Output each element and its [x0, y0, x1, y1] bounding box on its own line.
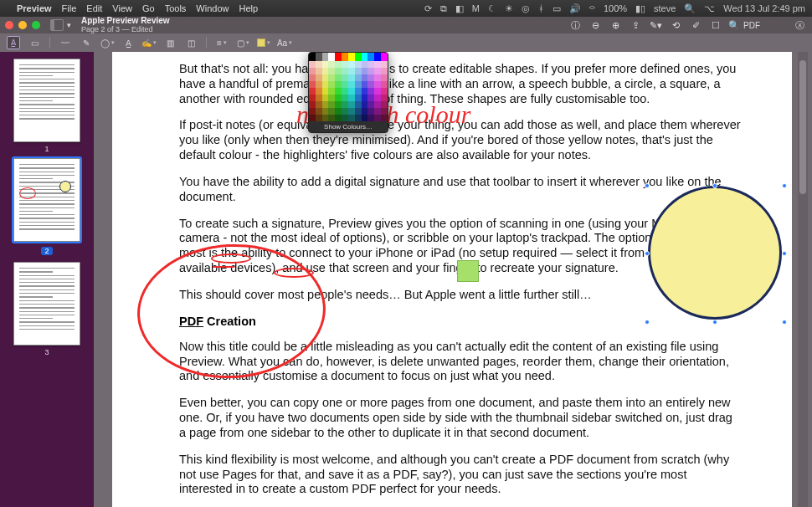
- annotation-underline[interactable]: [213, 266, 234, 268]
- sketch-tool[interactable]: 〰: [59, 36, 72, 49]
- clear-search-button[interactable]: ⓧ: [792, 18, 807, 32]
- color-swatch[interactable]: [322, 61, 329, 68]
- color-swatch[interactable]: [348, 61, 355, 68]
- color-swatch[interactable]: [309, 88, 316, 95]
- close-button[interactable]: [5, 21, 13, 29]
- color-swatch[interactable]: [309, 115, 316, 121]
- color-swatch[interactable]: [335, 101, 342, 108]
- color-swatch[interactable]: [381, 53, 388, 61]
- color-swatch[interactable]: [328, 74, 335, 81]
- color-swatch[interactable]: [362, 108, 368, 115]
- color-swatch[interactable]: [342, 101, 348, 108]
- document-pane[interactable]: But that's not all: you have multiple to…: [94, 52, 812, 507]
- selection-handle[interactable]: [782, 183, 787, 188]
- color-swatch[interactable]: [335, 108, 342, 115]
- color-swatch[interactable]: [374, 81, 381, 88]
- color-swatch[interactable]: [328, 88, 335, 95]
- selection-handle[interactable]: [712, 320, 717, 325]
- color-swatch[interactable]: [322, 115, 329, 121]
- color-swatch[interactable]: [367, 61, 374, 68]
- color-swatch[interactable]: [316, 74, 322, 81]
- status-icon[interactable]: ⟳: [424, 3, 432, 14]
- color-swatch[interactable]: [362, 101, 368, 108]
- color-swatch[interactable]: [362, 68, 368, 74]
- share-button[interactable]: ⇪: [628, 18, 643, 32]
- color-swatch[interactable]: [362, 61, 368, 68]
- menu-help[interactable]: Help: [239, 3, 258, 13]
- selection-handle[interactable]: [712, 183, 717, 188]
- color-swatch[interactable]: [355, 88, 362, 95]
- user-name[interactable]: steve: [654, 3, 676, 13]
- color-swatch[interactable]: [335, 53, 342, 61]
- color-picker-popover[interactable]: Show Colours…: [308, 52, 388, 133]
- color-swatch[interactable]: [362, 74, 368, 81]
- airdrop-icon[interactable]: ◎: [522, 3, 530, 14]
- color-swatch[interactable]: [381, 115, 388, 121]
- color-swatch[interactable]: [348, 108, 355, 115]
- color-swatch[interactable]: [342, 95, 348, 101]
- annotation-note[interactable]: [457, 260, 479, 282]
- color-swatch[interactable]: [342, 61, 348, 68]
- highlight-button[interactable]: ✎▾: [648, 18, 663, 32]
- color-swatch[interactable]: [342, 88, 348, 95]
- sidebar-toggle-button[interactable]: [50, 19, 64, 31]
- display-icon[interactable]: ▭: [552, 3, 561, 14]
- page-thumbnail[interactable]: 1: [13, 59, 80, 153]
- color-swatch[interactable]: [355, 81, 362, 88]
- color-swatch[interactable]: [316, 88, 322, 95]
- menu-app[interactable]: Preview: [17, 3, 52, 13]
- form-button[interactable]: ☐: [708, 18, 723, 32]
- color-swatch[interactable]: [316, 68, 322, 74]
- status-icon[interactable]: ◧: [455, 3, 464, 14]
- color-swatch[interactable]: [367, 53, 374, 61]
- color-swatch[interactable]: [381, 81, 388, 88]
- info-button[interactable]: ⓘ: [568, 18, 583, 32]
- color-swatch[interactable]: [342, 81, 348, 88]
- color-swatch[interactable]: [316, 81, 322, 88]
- color-swatch[interactable]: [355, 101, 362, 108]
- menu-window[interactable]: Window: [196, 3, 229, 13]
- color-swatch[interactable]: [309, 81, 316, 88]
- rotate-button[interactable]: ⟲: [668, 18, 683, 32]
- color-swatch[interactable]: [328, 53, 335, 61]
- show-colors-button[interactable]: Show Colours…: [309, 121, 388, 132]
- color-swatch[interactable]: [322, 53, 329, 61]
- draw-tool[interactable]: ✎: [80, 36, 93, 49]
- color-swatch[interactable]: [381, 68, 388, 74]
- color-swatch[interactable]: [374, 61, 381, 68]
- color-swatch[interactable]: [309, 61, 316, 68]
- color-swatch[interactable]: [355, 108, 362, 115]
- color-swatch[interactable]: [309, 53, 316, 61]
- status-icon[interactable]: ☀: [505, 3, 513, 14]
- color-swatch[interactable]: [367, 108, 374, 115]
- menu-go[interactable]: Go: [142, 3, 155, 13]
- zoom-out-button[interactable]: ⊖: [588, 18, 603, 32]
- minimize-button[interactable]: [18, 21, 27, 29]
- menu-tools[interactable]: Tools: [165, 3, 187, 13]
- color-swatch[interactable]: [355, 61, 362, 68]
- color-swatch[interactable]: [367, 88, 374, 95]
- color-swatch[interactable]: [362, 88, 368, 95]
- shapes-tool[interactable]: ◯: [100, 36, 114, 49]
- color-swatch[interactable]: [335, 81, 342, 88]
- loupe-tool[interactable]: ◫: [184, 36, 198, 49]
- menu-view[interactable]: View: [112, 3, 132, 13]
- annotation-shape-circle[interactable]: [648, 186, 782, 320]
- color-swatch[interactable]: [322, 108, 329, 115]
- selection-handle[interactable]: [645, 183, 650, 188]
- color-swatch[interactable]: [367, 101, 374, 108]
- color-swatch[interactable]: [381, 88, 388, 95]
- color-swatch[interactable]: [316, 115, 322, 121]
- color-swatch[interactable]: [342, 108, 348, 115]
- color-swatch[interactable]: [367, 74, 374, 81]
- color-swatch[interactable]: [328, 115, 335, 121]
- color-swatch[interactable]: [355, 53, 362, 61]
- color-swatch[interactable]: [322, 95, 329, 101]
- text-tool[interactable]: A̲: [121, 36, 135, 49]
- color-swatch[interactable]: [348, 81, 355, 88]
- color-swatch[interactable]: [335, 115, 342, 121]
- color-swatch[interactable]: [381, 61, 388, 68]
- color-swatch[interactable]: [316, 95, 322, 101]
- page-thumbnail[interactable]: 3: [13, 262, 80, 356]
- color-swatch[interactable]: [316, 101, 322, 108]
